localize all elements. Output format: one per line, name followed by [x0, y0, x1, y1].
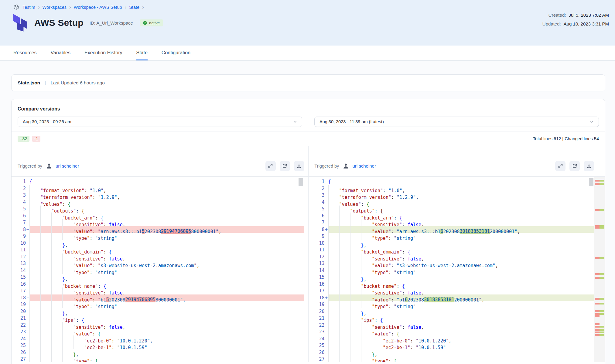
line-number: 17 [313, 287, 328, 294]
code-line: 3"terraform_version": "1.2.9", [14, 192, 304, 199]
code-line-text: "type": "string" [29, 233, 304, 240]
state-file-name: State.json [18, 80, 40, 86]
indent-guide [40, 253, 51, 260]
package-icon [13, 4, 19, 10]
chevron-down-icon [293, 120, 297, 124]
indent-guide [51, 233, 62, 240]
ruler-removed-mark [595, 329, 600, 331]
code-line: 24"ec2-be-0": "10.0.1.220", [14, 335, 304, 342]
expand-button[interactable] [265, 161, 276, 171]
indent-guide [29, 267, 40, 274]
code-line: 12"sensitive": false, [14, 253, 304, 260]
indent-guide [328, 253, 339, 260]
code-line: 14"type": "string" [14, 267, 304, 274]
line-number: 25 [313, 342, 328, 349]
indent-guide [51, 253, 62, 260]
main-content: State.json | Last Updated 6 hours ago Co… [0, 61, 615, 364]
ruler-added-mark [600, 334, 604, 336]
indent-guide [29, 301, 40, 308]
indent-guide [62, 322, 73, 329]
indent-guide [40, 328, 51, 335]
code-line: 10}, [14, 240, 304, 247]
line-number: 5 [14, 206, 29, 213]
version-select-right[interactable]: Aug 30, 2023 - 11:39 am (Latest) [314, 117, 599, 127]
indent-guide [40, 240, 51, 247]
indent-guide [62, 342, 73, 349]
indent-guide [40, 349, 51, 356]
code-line-text: "type": "string" [328, 301, 605, 308]
code-line-text: "sensitive": false, [29, 219, 304, 226]
code-line: 23"value": { [313, 328, 605, 335]
tab-execution-history[interactable]: Execution History [84, 46, 122, 60]
indent-guide [40, 274, 51, 281]
expand-button[interactable] [555, 161, 565, 171]
line-number: 3 [14, 192, 29, 199]
code-editor-right[interactable]: 1{2"format_version": "1.0",3"terraform_v… [313, 177, 605, 362]
diff-overview-ruler[interactable] [594, 177, 605, 362]
indent-guide [328, 322, 339, 329]
indent-guide [40, 287, 51, 294]
indent-guide [328, 260, 339, 267]
indent-guide [339, 240, 350, 247]
tab-configuration[interactable]: Configuration [162, 46, 190, 60]
indent-guide [361, 342, 372, 349]
code-line-text: "value": "b1620230830183853181200000001"… [328, 294, 605, 301]
indent-guide [51, 328, 62, 335]
code-token: "type" [372, 359, 388, 362]
indent-guide [51, 315, 62, 322]
indent-guide [29, 192, 40, 199]
download-button[interactable] [584, 161, 594, 171]
workspace-id: ID: A_Uri_Workspace [90, 20, 133, 26]
divider: | [45, 80, 46, 86]
code-editor-left[interactable]: 1{2"format_version": "1.0",3"terraform_v… [14, 177, 304, 362]
tab-variables[interactable]: Variables [50, 46, 70, 60]
triggered-by-user-right[interactable]: uri scheiner [352, 163, 376, 168]
line-number: 8+ [313, 226, 328, 233]
breadcrumb-item-workspaces[interactable]: Workspaces [43, 5, 67, 10]
indent-guide [40, 322, 51, 329]
download-button[interactable] [294, 161, 304, 171]
indent-guide [339, 342, 350, 349]
indent-guide [328, 206, 339, 213]
scrollbar-left[interactable] [299, 178, 303, 186]
code-line: 2"format_version": "1.0", [313, 185, 605, 192]
indent-guide [29, 315, 40, 322]
indent-guide [339, 335, 350, 342]
code-line: 9"type": "string" [14, 233, 304, 240]
indent-guide [350, 240, 361, 247]
indent-guide [51, 294, 62, 301]
line-number: 20 [313, 308, 328, 315]
tab-state[interactable]: State [136, 46, 148, 60]
compare-card: Compare versions Aug 30, 2023 - 09:26 am… [11, 99, 605, 364]
indent-guide [339, 247, 350, 253]
indent-guide [51, 247, 62, 253]
indent-guide [29, 335, 40, 342]
tab-resources[interactable]: Resources [13, 46, 36, 60]
code-token: [ [394, 359, 397, 362]
version-select-left[interactable]: Aug 30, 2023 - 09:26 am [18, 117, 302, 127]
code-line: 6"bucket_arn": { [313, 213, 605, 219]
indent-guide [350, 247, 361, 253]
workspace-meta: Created:Jul 5, 2023 7:02 AM Updated:Aug … [542, 12, 609, 30]
triggered-by-label: Triggered by [18, 164, 42, 168]
open-external-button[interactable] [280, 161, 290, 171]
open-external-button[interactable] [569, 161, 580, 171]
code-line-text: "sensitive": false, [29, 253, 304, 260]
breadcrumb-item-testim[interactable]: Testim [22, 5, 35, 10]
indent-guide [62, 356, 73, 362]
code-line-text: "value": "b1520230829194706895800000001"… [29, 294, 304, 301]
indent-guide [62, 233, 73, 240]
ruler-removed-mark [595, 277, 600, 279]
indent-guide [62, 287, 73, 294]
indent-guide [51, 274, 62, 281]
indent-guide [350, 274, 361, 281]
ruler-removed-mark [595, 310, 600, 312]
breadcrumb-item-state[interactable]: State [129, 5, 139, 10]
indent-guide [51, 287, 62, 294]
state-file-last-updated: Last Updated 6 hours ago [51, 80, 105, 86]
indent-guide [350, 226, 361, 233]
breadcrumb-item-workspace-aws-setup[interactable]: Workspace - AWS Setup [74, 5, 122, 10]
triggered-by-user-left[interactable]: uri scheiner [56, 163, 79, 168]
scrollbar-right[interactable] [589, 178, 593, 186]
code-line-text: "type": "string" [29, 267, 304, 274]
